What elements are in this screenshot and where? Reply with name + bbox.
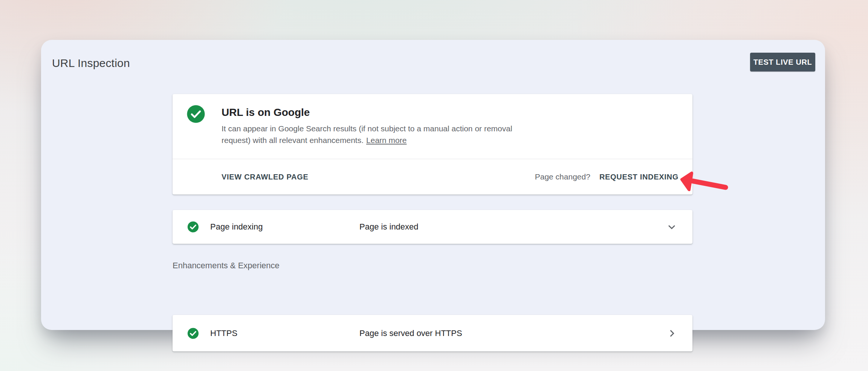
- page-indexing-label: Page indexing: [210, 222, 263, 232]
- verdict-card: URL is on Google It can appear in Google…: [173, 94, 692, 195]
- verdict-description-line1: It can appear in Google Search results (…: [222, 123, 512, 134]
- view-crawled-page-link[interactable]: VIEW CRAWLED PAGE: [222, 173, 308, 181]
- action-right-group: Page changed? REQUEST INDEXING: [535, 172, 679, 181]
- url-inspection-panel: URL Inspection TEST LIVE URL URL is on G…: [41, 40, 825, 330]
- https-card[interactable]: HTTPS Page is served over HTTPS: [173, 315, 692, 351]
- check-circle-icon: [186, 105, 205, 123]
- check-circle-icon: [187, 327, 199, 339]
- page-indexing-status: Page is indexed: [359, 222, 419, 232]
- enhancements-heading: Enhancements & Experience: [173, 261, 280, 270]
- page-indexing-card[interactable]: Page indexing Page is indexed: [173, 210, 692, 244]
- verdict-description-line2: request) with all relevant enhancements.…: [222, 134, 512, 146]
- verdict-action-row: VIEW CRAWLED PAGE Page changed? REQUEST …: [173, 159, 692, 195]
- learn-more-link[interactable]: Learn more: [366, 136, 406, 144]
- https-label: HTTPS: [210, 328, 237, 338]
- verdict-description: It can appear in Google Search results (…: [222, 123, 512, 146]
- chevron-down-icon[interactable]: [665, 220, 679, 234]
- check-circle-icon: [187, 221, 199, 233]
- request-indexing-link[interactable]: REQUEST INDEXING: [599, 173, 679, 181]
- https-status: Page is served over HTTPS: [359, 328, 462, 338]
- page-title: URL Inspection: [52, 56, 130, 70]
- chevron-right-icon[interactable]: [665, 327, 679, 340]
- page-changed-label: Page changed?: [535, 172, 590, 181]
- verdict-title: URL is on Google: [222, 106, 310, 119]
- test-live-url-button[interactable]: TEST LIVE URL: [750, 53, 815, 71]
